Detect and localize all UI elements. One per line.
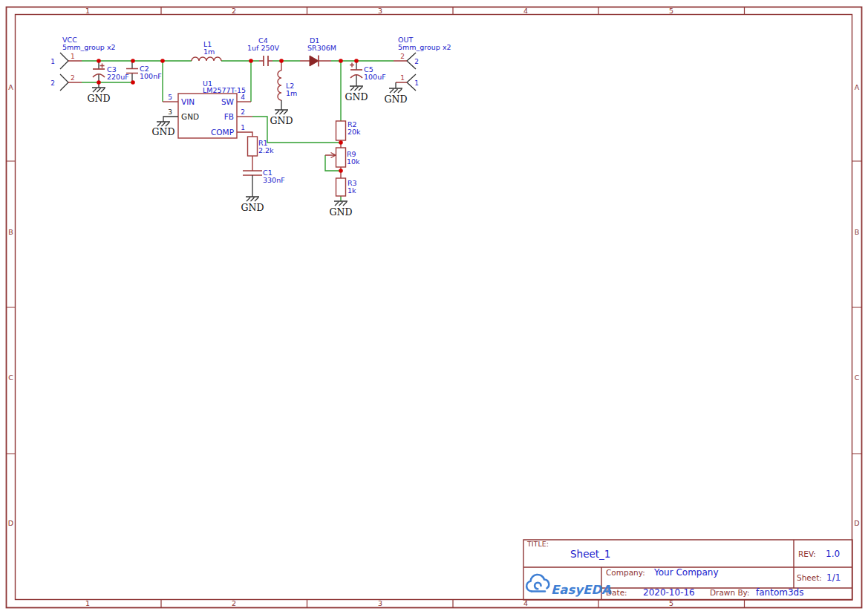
- u1-pin-name-comp: COMP: [211, 128, 234, 137]
- drawn-by-value[interactable]: fantom3ds: [756, 587, 803, 598]
- component-r9-potentiometer[interactable]: R9 10k: [325, 148, 360, 178]
- easyeda-logo: EasyEDA: [526, 575, 611, 597]
- u1-pin-comp: [237, 132, 252, 137]
- l2-value: 1m: [286, 89, 297, 97]
- ruler-col-label: 5: [669, 7, 673, 15]
- logo-text: EasyEDA: [551, 583, 611, 597]
- c4-plates: [264, 56, 268, 66]
- component-d1[interactable]: D1 SR306M: [300, 36, 336, 67]
- u1-pin-num-4: 4: [241, 94, 245, 101]
- r1-value: 2.2k: [258, 146, 274, 154]
- drawn-by-label: Drawn By:: [710, 588, 750, 597]
- company-value[interactable]: Your Company: [653, 567, 719, 578]
- frame-outer-border: [7, 7, 862, 608]
- vcc-pin2-chevron-icon: [60, 74, 68, 91]
- c5-value: 100uF: [364, 73, 386, 81]
- frame-inner-border: [16, 15, 852, 600]
- gnd-symbol[interactable]: [389, 88, 402, 93]
- u1-pin-num-1: 1: [241, 124, 245, 131]
- ruler-row-label: A: [855, 83, 860, 91]
- vcc-pin2-name: 2: [50, 79, 55, 87]
- r9-body[interactable]: [336, 148, 346, 167]
- vcc-pin1-chevron-icon: [60, 53, 68, 69]
- logo-swirl-icon: [532, 583, 545, 592]
- u1-pin-num-2: 2: [241, 108, 245, 116]
- u1-pin-name-vin: VIN: [181, 97, 195, 106]
- gnd-label: GND: [241, 202, 264, 213]
- gnd-symbol[interactable]: [350, 86, 363, 91]
- gnd-symbol[interactable]: [246, 197, 259, 201]
- gnd-symbol[interactable]: [275, 110, 288, 114]
- out-pin2-number: 2: [400, 53, 405, 60]
- ruler-col-label: 3: [378, 599, 382, 607]
- r3-value: 1k: [347, 186, 356, 195]
- ruler-col-label: 2: [232, 599, 236, 607]
- sheet-value[interactable]: 1/1: [826, 572, 841, 583]
- u1-value: LM2577T-15: [203, 86, 246, 94]
- gnd-label: GND: [270, 115, 293, 126]
- r3-body[interactable]: [336, 178, 346, 196]
- ruler-col-label: 2: [232, 7, 236, 15]
- rev-value[interactable]: 1.0: [826, 549, 840, 559]
- gnd-label: GND: [385, 94, 408, 105]
- gnd-symbol[interactable]: [334, 201, 347, 206]
- ruler-row-label: D: [8, 519, 13, 527]
- l1-value: 1m: [203, 48, 215, 56]
- wires[interactable]: [82, 61, 394, 201]
- junction-dot: [339, 140, 343, 145]
- component-r1[interactable]: R1 2.2k: [248, 137, 275, 171]
- c2-value: 100nF: [140, 72, 162, 80]
- component-r3[interactable]: R3 1k: [336, 178, 357, 196]
- u1-pin-name-fb: FB: [224, 112, 234, 121]
- d1-value: SR306M: [307, 44, 336, 52]
- u1-pin-gnd: [163, 117, 178, 122]
- c3-value: 220uF: [107, 73, 129, 81]
- gnd-label: GND: [88, 93, 111, 104]
- gnd-label: GND: [152, 126, 175, 137]
- r1-body[interactable]: [248, 137, 258, 156]
- component-c5[interactable]: C5 100uF: [350, 61, 386, 86]
- component-c1[interactable]: C1 330nF: [243, 169, 285, 197]
- c3-plus-icon: [100, 64, 105, 68]
- frame-row-ticks: [7, 161, 862, 454]
- component-c2[interactable]: C2 100nF: [126, 61, 162, 82]
- c1-value: 330nF: [263, 176, 285, 184]
- component-l1[interactable]: L1 1m: [192, 40, 221, 61]
- c1-plates: [243, 171, 262, 175]
- u1-pin-name-gnd: GND: [181, 112, 199, 121]
- sheet-title[interactable]: Sheet_1: [570, 548, 610, 560]
- junction-dot: [339, 59, 343, 63]
- l2-coil: [278, 71, 281, 100]
- out-pin1-number: 1: [400, 74, 405, 82]
- u1-pin-num-3: 3: [168, 108, 172, 116]
- d1-triangle: [310, 56, 319, 66]
- sheet-frame: 1 2 3 4 5 1 2 3 4 5 A B C D A B C D: [7, 7, 862, 608]
- r2-value: 20k: [347, 128, 361, 136]
- component-l2[interactable]: L2 1m: [278, 61, 297, 110]
- r2-body[interactable]: [336, 121, 346, 140]
- junction-dot: [339, 169, 343, 173]
- ruler-col-label: 1: [85, 7, 90, 15]
- out-pin1-name: 1: [414, 79, 419, 87]
- c4-value: 1uf 250V: [247, 44, 280, 52]
- ruler-row-label: B: [8, 228, 13, 236]
- vcc-pin1-name: 1: [50, 58, 55, 65]
- out-pin2-name: 2: [414, 58, 419, 65]
- component-out-connector[interactable]: OUT 5mm_group x2 1 2 1 2 1: [394, 36, 451, 91]
- junction-dot: [160, 59, 165, 63]
- component-u1[interactable]: U1 LM2577T-15 VIN GND SW FB COMP 5 3 4 2…: [163, 79, 252, 138]
- vcc-value: 5mm_group x2: [62, 43, 116, 51]
- r9-value: 10k: [347, 157, 360, 166]
- title-block[interactable]: TITLE: Sheet_1 REV: 1.0 Company: Your Co…: [523, 540, 852, 600]
- schematic-canvas[interactable]: 1 2 3 4 5 1 2 3 4 5 A B C D A B C D VCC …: [0, 0, 868, 614]
- ruler-row-label: D: [854, 519, 859, 527]
- junction-dot: [249, 59, 253, 63]
- gnd-symbol[interactable]: [92, 88, 105, 92]
- junction-dot: [131, 59, 135, 63]
- junction-dot: [131, 80, 135, 85]
- out-value: 5mm_group x2: [398, 43, 451, 51]
- junction-dot: [354, 59, 359, 63]
- ruler-row-label: A: [8, 83, 13, 91]
- ruler-col-label: 3: [378, 7, 382, 15]
- date-value[interactable]: 2020-10-16: [643, 587, 695, 598]
